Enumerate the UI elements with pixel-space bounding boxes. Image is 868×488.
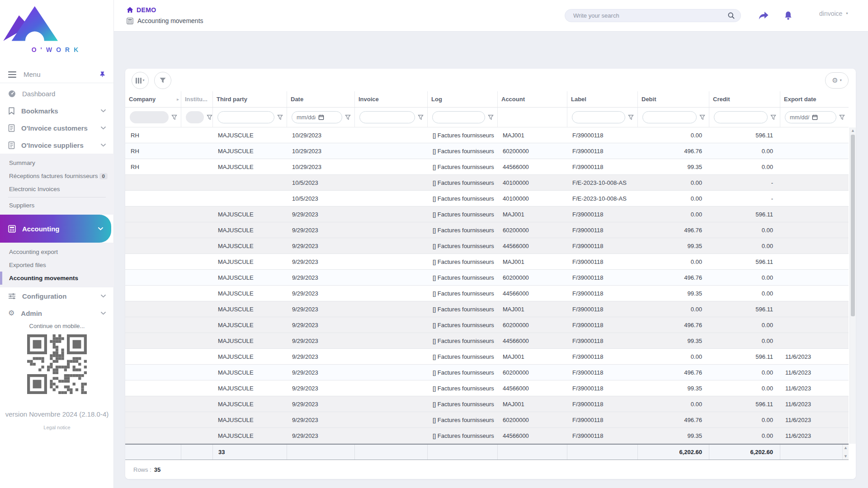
table-row[interactable]: MAJUSCULE 9/29/2023 [] Factures fourniss… xyxy=(125,286,849,301)
funnel-icon[interactable] xyxy=(171,114,177,120)
sidebar-item-summary[interactable]: Summary xyxy=(0,156,114,169)
col-header-log[interactable]: Log xyxy=(427,91,497,107)
col-header-institution[interactable]: Institu... xyxy=(181,91,212,107)
cell-label: F/39000118 xyxy=(567,349,637,364)
sidebar-item-accounting-export[interactable]: Accounting export xyxy=(0,245,114,258)
legal-notice-link[interactable]: Legal notice xyxy=(0,425,114,430)
sidebar-item-bookmarks[interactable]: Bookmarks xyxy=(0,102,114,119)
table-footer: 33 6,202.60 6,202.60 ▲ ▼ xyxy=(125,444,849,460)
col-header-label[interactable]: Label xyxy=(567,91,637,107)
col-header-account[interactable]: Account xyxy=(497,91,567,107)
calendar-icon[interactable] xyxy=(812,114,831,120)
funnel-icon[interactable] xyxy=(418,114,424,120)
table-row[interactable]: MAJUSCULE 9/29/2023 [] Factures fourniss… xyxy=(125,349,849,365)
sidebar-item-oinvoice-customers[interactable]: O'Invoice customers xyxy=(0,119,114,136)
sidebar-item-suppliers[interactable]: Suppliers xyxy=(0,199,114,212)
funnel-icon[interactable] xyxy=(345,114,351,120)
pin-icon[interactable] xyxy=(99,71,106,78)
scrollbar-thumb[interactable] xyxy=(851,135,855,316)
col-header-date[interactable]: Date xyxy=(287,91,354,107)
page-title: Accounting movements xyxy=(137,17,203,24)
sidebar-item-dashboard[interactable]: Dashboard xyxy=(0,85,114,102)
third-party-filter-input[interactable] xyxy=(222,114,269,121)
cell-log: [] Factures fournisseurs xyxy=(427,159,497,174)
sidebar-item-oinvoice-suppliers[interactable]: O'Invoice suppliers xyxy=(0,136,114,154)
funnel-icon[interactable] xyxy=(770,114,776,120)
user-menu[interactable]: dinvoice ▾ xyxy=(819,10,848,17)
credit-filter-input[interactable] xyxy=(719,114,763,121)
columns-button[interactable]: ▾ xyxy=(132,72,149,89)
funnel-icon[interactable] xyxy=(839,114,845,120)
funnel-icon[interactable] xyxy=(699,114,705,120)
table-row[interactable]: MAJUSCULE 9/29/2023 [] Factures fourniss… xyxy=(125,365,849,380)
date-filter-input[interactable]: mm/dd/yyyy xyxy=(292,111,342,123)
col-header-credit[interactable]: Credit xyxy=(709,91,780,107)
funnel-icon[interactable] xyxy=(488,114,494,120)
table-row[interactable]: MAJUSCULE 9/29/2023 [] Factures fourniss… xyxy=(125,380,849,396)
debit-filter-input[interactable] xyxy=(647,114,692,121)
search-input[interactable] xyxy=(573,12,727,19)
invoice-filter-input[interactable] xyxy=(364,114,410,121)
table-row[interactable]: MAJUSCULE 9/29/2023 [] Factures fourniss… xyxy=(125,222,849,238)
search-icon[interactable] xyxy=(727,12,735,19)
notifications-button[interactable] xyxy=(780,8,796,23)
cell-account: MAJ001 xyxy=(497,254,567,269)
cell-account: 44566000 xyxy=(497,238,567,253)
table-row[interactable]: MAJUSCULE 9/29/2023 [] Factures fourniss… xyxy=(125,396,849,412)
table-row[interactable]: MAJUSCULE 9/29/2023 [] Factures fourniss… xyxy=(125,270,849,286)
vertical-scrollbar[interactable]: ▲ xyxy=(849,127,856,444)
footer-scrollbar[interactable]: ▲ ▼ xyxy=(842,445,849,460)
scroll-up-icon[interactable]: ▲ xyxy=(850,129,856,132)
cell-account: 44566000 xyxy=(497,380,567,396)
table-row[interactable]: MAJUSCULE 9/29/2023 [] Factures fourniss… xyxy=(125,301,849,317)
table-row[interactable]: 10/5/2023 [] Factures fournisseurs 40100… xyxy=(125,191,849,206)
filter-button[interactable] xyxy=(154,72,171,89)
table-settings-button[interactable]: ⚙ ▾ xyxy=(825,72,849,89)
sidebar-item-configuration[interactable]: Configuration xyxy=(0,287,114,305)
sidebar-item-accounting-movements[interactable]: Accounting movements xyxy=(0,272,114,285)
logo[interactable]: O'WORK xyxy=(0,4,114,54)
filter-third-party xyxy=(212,108,287,127)
sidebar-item-admin[interactable]: ⚙ Admin xyxy=(0,305,114,322)
sidebar-item-electronic-invoices[interactable]: Electronic Invoices xyxy=(0,183,114,196)
sidebar-item-exported-files[interactable]: Exported files xyxy=(0,258,114,272)
export-date-filter-input[interactable]: mm/dd/yyyy xyxy=(785,111,836,123)
filter-institution xyxy=(181,108,212,127)
scroll-down-icon[interactable]: ▼ xyxy=(843,455,849,458)
col-header-third-party[interactable]: Third party xyxy=(212,91,287,107)
table-row[interactable]: RH MAJUSCULE 10/29/2023 [] Factures four… xyxy=(125,143,849,159)
calendar-icon[interactable] xyxy=(318,114,337,120)
cell-account: 60200000 xyxy=(497,412,567,427)
sidebar-item-receptions[interactable]: Réceptions factures fournisseurs 0 xyxy=(0,169,114,183)
funnel-icon[interactable] xyxy=(207,114,212,120)
table-row[interactable]: MAJUSCULE 9/29/2023 [] Factures fourniss… xyxy=(125,428,849,444)
menu-toggle[interactable]: Menu xyxy=(0,66,114,83)
sidebar-item-accounting[interactable]: Accounting xyxy=(0,215,111,243)
table-row[interactable]: MAJUSCULE 9/29/2023 [] Factures fourniss… xyxy=(125,412,849,428)
label-filter-input[interactable] xyxy=(577,114,620,121)
cell-invoice xyxy=(354,143,427,159)
cell-credit: 596.11 xyxy=(709,206,780,222)
log-filter-input[interactable] xyxy=(437,114,480,121)
table-row[interactable]: MAJUSCULE 9/29/2023 [] Factures fourniss… xyxy=(125,333,849,349)
cell-company xyxy=(125,191,181,206)
table-row[interactable]: MAJUSCULE 9/29/2023 [] Factures fourniss… xyxy=(125,238,849,254)
col-header-company[interactable]: Company ▸ xyxy=(125,91,181,107)
col-header-invoice[interactable]: Invoice xyxy=(354,91,427,107)
col-header-debit[interactable]: Debit xyxy=(637,91,709,107)
table-row[interactable]: RH MAJUSCULE 10/29/2023 [] Factures four… xyxy=(125,159,849,175)
funnel-icon[interactable] xyxy=(628,114,634,120)
table-row[interactable]: MAJUSCULE 9/29/2023 [] Factures fourniss… xyxy=(125,254,849,270)
cell-third-party: MAJUSCULE xyxy=(212,365,287,380)
scroll-up-icon[interactable]: ▲ xyxy=(843,446,849,450)
col-header-export-date[interactable]: Export date xyxy=(780,91,849,107)
home-link[interactable]: DEMO xyxy=(127,5,203,14)
table-row[interactable]: 10/5/2023 [] Factures fournisseurs 40100… xyxy=(125,175,849,191)
cell-company: RH xyxy=(125,143,181,159)
expand-arrow-icon[interactable]: ▸ xyxy=(177,97,179,102)
table-row[interactable]: MAJUSCULE 9/29/2023 [] Factures fourniss… xyxy=(125,317,849,333)
table-row[interactable]: MAJUSCULE 9/29/2023 [] Factures fourniss… xyxy=(125,206,849,222)
table-row[interactable]: RH MAJUSCULE 10/29/2023 [] Factures four… xyxy=(125,127,849,143)
share-button[interactable] xyxy=(756,8,771,23)
funnel-icon[interactable] xyxy=(277,114,283,120)
